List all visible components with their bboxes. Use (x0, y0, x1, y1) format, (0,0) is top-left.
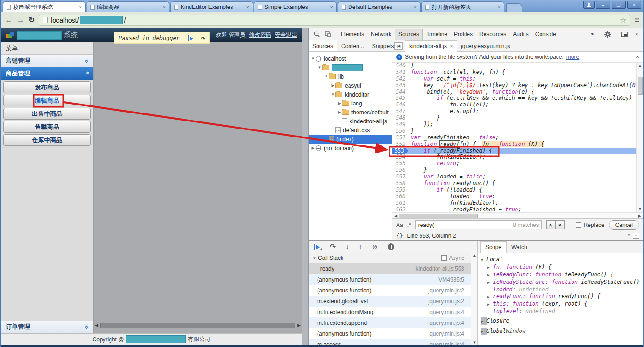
tab-close-icon[interactable]: × (330, 4, 333, 10)
browser-tab[interactable]: 校园派管理系统× (3, 1, 86, 12)
tab-close-icon[interactable]: × (79, 4, 82, 10)
code-text[interactable]: }); (408, 121, 433, 128)
line-number[interactable]: 548 (392, 115, 408, 121)
call-stack-frame[interactable]: m.fn.extend.domManipjquery.min.js:4 (309, 307, 477, 317)
navigator-tab[interactable]: Conten... (337, 40, 368, 51)
line-number[interactable]: 552 (392, 141, 408, 148)
step-over-button[interactable]: ↷ (330, 242, 336, 251)
line-number[interactable]: 546 (392, 102, 408, 108)
panel-tab-network[interactable]: Network (367, 29, 395, 40)
tree-item[interactable]: kindeditor-all.js (309, 117, 392, 126)
scroll-left-icon[interactable]: ◀ (394, 214, 397, 218)
panel-tab-elements[interactable]: Elements (337, 29, 367, 40)
code-text[interactable]: return; (408, 161, 460, 167)
tree-item[interactable]: cssdefault.css (309, 126, 392, 135)
line-number[interactable]: 556 (392, 167, 408, 174)
browser-tab[interactable]: KindEditor Examples× (170, 1, 253, 12)
scope-property[interactable]: ▶ieReadyFunc: function ieReadyFunc() { (481, 271, 638, 279)
code-line[interactable]: 550} (392, 128, 636, 135)
scroll-up-icon[interactable]: ▲ (639, 63, 641, 69)
tree-item[interactable]: ▶easyui (309, 81, 392, 90)
code-line[interactable]: 552function ready(fn) { fn = function (K… (392, 141, 636, 148)
scrollbar-thumb[interactable] (638, 77, 643, 95)
code-text[interactable]: fn.call(el); (408, 102, 489, 108)
line-number[interactable]: 541 (392, 69, 408, 76)
tab-close-icon[interactable]: × (414, 4, 417, 10)
tab-close-icon[interactable]: × (163, 4, 166, 10)
browser-tab[interactable]: 编辑商品× (87, 1, 169, 12)
code-text[interactable]: function readyFunc() { (408, 180, 495, 187)
step-into-button[interactable]: ↓ (346, 243, 349, 250)
scope-section[interactable]: ▶Closure (481, 317, 487, 325)
code-line[interactable]: 547 e.stop(); (392, 108, 636, 115)
call-stack-frame[interactable]: m.extend.globalEvaljquery.min.js:2 (309, 296, 477, 307)
line-number[interactable]: 542 (392, 76, 408, 82)
minimize-button[interactable]: – (596, 1, 610, 9)
forward-button[interactable]: → (16, 16, 24, 24)
search-icon[interactable] (314, 31, 320, 37)
sidebar-group-header[interactable]: 店铺管理» (1, 55, 93, 67)
code-line[interactable]: 554 fn(KindEditor); (392, 154, 636, 161)
step-over-next-button[interactable]: ↷ (197, 32, 209, 44)
line-number[interactable]: 551 (392, 135, 408, 141)
disclosure-arrow-icon[interactable]: ▼ (324, 74, 329, 79)
console-drawer-icon[interactable]: >_ (591, 31, 597, 37)
navigator-tab[interactable]: Sources (309, 40, 337, 51)
code-line[interactable]: 545 if (e.ctrlKey && e.which == key && !… (392, 95, 636, 102)
call-stack-frame[interactable]: m.fn.extend.appendjquery.min.js:4 (309, 317, 477, 328)
search-input[interactable]: ready( 8 matches (415, 220, 542, 229)
tree-item[interactable]: ▶(no domain) (309, 144, 392, 153)
line-number[interactable]: 561 (392, 200, 408, 207)
browser-tab[interactable]: Simple Examples× (254, 1, 337, 12)
code-text[interactable]: var loaded = false; (408, 174, 485, 180)
code-line[interactable]: 546 fn.call(el); (392, 102, 636, 108)
code-line[interactable]: 560 loaded = true; (392, 194, 636, 200)
line-number[interactable]: 547 (392, 108, 408, 115)
line-number[interactable]: 544 (392, 89, 408, 96)
scope-property[interactable]: ▶fn: function (K) { (481, 264, 638, 271)
code-text[interactable]: } (408, 128, 414, 135)
code-text[interactable]: if (!loaded) { (408, 187, 482, 194)
address-bar[interactable]: localhost/ / ☆ (39, 15, 630, 26)
sidebar-item[interactable]: 仓库中商品 (3, 134, 91, 146)
call-stack-frame[interactable]: _readykindeditor-all.js:553 (309, 263, 477, 274)
disclosure-arrow-icon[interactable]: ▶ (487, 301, 493, 308)
pause-on-exceptions-button[interactable] (388, 243, 394, 250)
code-line[interactable]: 559 if (!loaded) { (392, 187, 636, 194)
sidebar-item[interactable]: 售罄商品 (3, 121, 91, 133)
call-stack-scrollbar[interactable]: ▲ ▼ (471, 253, 477, 345)
close-devtools-icon[interactable]: × (635, 31, 638, 38)
call-stack-header[interactable]: ▼ Call Stack Async (309, 253, 477, 263)
scrollbar-thumb[interactable] (399, 214, 478, 218)
code-line[interactable]: 557 var loaded = false; (392, 174, 636, 180)
disclosure-arrow-icon[interactable]: ▶ (337, 101, 342, 105)
disclosure-arrow-icon[interactable]: ▼ (310, 56, 316, 61)
call-stack-frame[interactable]: m.accessjquery.min.js:4 (309, 339, 477, 345)
line-number[interactable]: 543 (392, 82, 408, 89)
step-out-button[interactable]: ↑ (359, 243, 362, 250)
panel-tab-console[interactable]: Console (532, 29, 559, 40)
scroll-right-arrow-icon[interactable]: ▶ (297, 323, 301, 328)
code-line[interactable]: 541function _ctrl(el, key, fn) { (392, 69, 636, 76)
code-text[interactable]: _bind(el, 'keydown', function(e) { (408, 89, 534, 96)
tree-item[interactable]: <>(index) (309, 135, 392, 144)
browser-tab[interactable]: 打开新的标签页× (421, 1, 504, 12)
gear-icon[interactable] (604, 31, 611, 38)
code-text[interactable]: if (e.ctrlKey && e.which == key && !e.sh… (408, 95, 636, 102)
logout-link[interactable]: 安全退出 (275, 31, 297, 39)
code-text[interactable]: } (408, 63, 414, 69)
maximize-button[interactable]: ❐ (612, 1, 626, 9)
panel-tab-timeline[interactable]: Timeline (423, 29, 451, 40)
hide-navigator-icon[interactable]: |◀ (394, 42, 403, 50)
async-checkbox[interactable] (441, 255, 447, 261)
line-number[interactable]: 562 (392, 207, 408, 212)
disclosure-arrow-icon[interactable]: ▶ (487, 280, 493, 286)
lines-menu-icon[interactable]: ≡ (627, 233, 630, 239)
disclosure-arrow-icon[interactable]: ▶ (481, 329, 486, 335)
call-stack-frame[interactable]: (anonymous function)jquery.min.js:4 (309, 328, 477, 339)
tree-item[interactable]: ▼ (309, 63, 392, 72)
code-text[interactable]: _readyFinished = true; (408, 207, 521, 212)
tree-item[interactable]: ▼localhost (309, 54, 392, 63)
bookmark-star-icon[interactable]: ☆ (620, 16, 626, 24)
code-line[interactable]: 549 }); (392, 121, 636, 128)
